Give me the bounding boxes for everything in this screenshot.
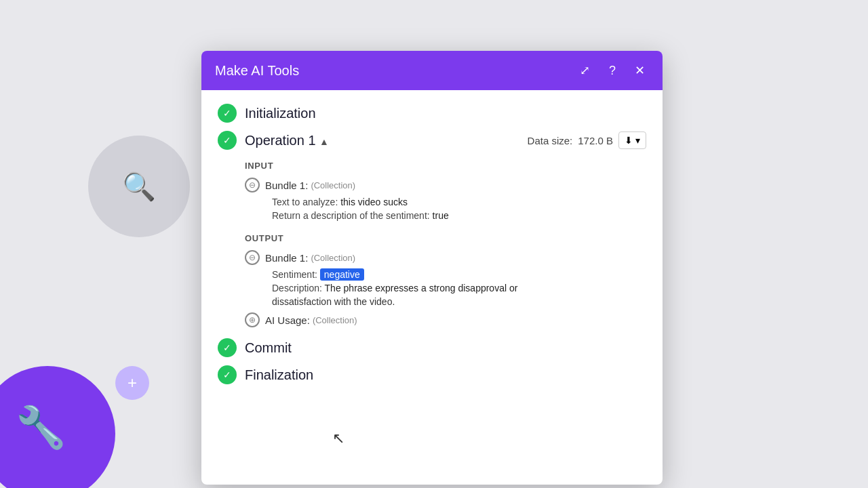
description-line2: dissatisfaction with the video. — [272, 296, 646, 307]
data-size-label: Data size: — [528, 135, 573, 146]
expand-button[interactable]: ⤢ — [576, 62, 594, 79]
sentiment-label: Sentiment: — [272, 269, 320, 280]
initialization-check-icon: ✓ — [218, 104, 237, 123]
dialog-header: Make AI Tools ⤢ ? ✕ — [201, 51, 663, 90]
plus-icon: + — [115, 366, 149, 400]
download-caret: ▾ — [635, 135, 640, 146]
output-bundle1-row: ⊖ Bundle 1: (Collection) — [245, 250, 646, 265]
description-value-line2: dissatisfaction with the video. — [272, 296, 395, 307]
description-label: Description: — [272, 283, 325, 293]
data-size-value: 172.0 B — [578, 135, 613, 146]
initialization-label: Initialization — [245, 106, 316, 121]
output-section-label: OUTPUT — [245, 233, 646, 243]
help-button[interactable]: ? — [605, 62, 620, 79]
expand-icon: ⤢ — [580, 63, 590, 78]
finalization-check-icon: ✓ — [218, 365, 237, 384]
output-bundle1-toggle[interactable]: ⊖ — [245, 250, 260, 265]
cursor: ↖ — [332, 430, 344, 447]
return-description-label: Return a description of the sentiment: — [272, 210, 433, 221]
search-icon: 🔍 — [122, 171, 156, 203]
help-icon: ? — [609, 64, 616, 78]
input-bundle1-row: ⊖ Bundle 1: (Collection) — [245, 178, 646, 192]
text-analyze-label: Text to analyze: — [272, 197, 340, 207]
sentiment-value: negative — [320, 268, 364, 281]
description-value-line1: The phrase expresses a strong disapprova… — [325, 283, 518, 293]
ai-usage-row: ⊕ AI Usage: (Collection) — [245, 312, 646, 327]
dialog-title: Make AI Tools — [215, 63, 299, 79]
initialization-step: ✓ Initialization — [218, 104, 646, 123]
dialog-body: ✓ Initialization ✓ Operation 1 ▲ Data si… — [201, 90, 663, 485]
close-icon: ✕ — [635, 63, 645, 78]
ai-usage-type: (Collection) — [313, 315, 357, 325]
output-bundle1-type: (Collection) — [311, 253, 355, 263]
input-section-label: INPUT — [245, 161, 646, 171]
close-button[interactable]: ✕ — [631, 62, 649, 79]
data-size-container: Data size: 172.0 B ⬇ ▾ — [528, 131, 646, 149]
finalization-step: ✓ Finalization — [218, 365, 646, 384]
operation1-left: ✓ Operation 1 ▲ — [218, 131, 329, 150]
operation1-check-icon: ✓ — [218, 131, 237, 150]
download-icon: ⬇ — [625, 135, 633, 146]
operation1-step: ✓ Operation 1 ▲ Data size: 172.0 B ⬇ ▾ — [218, 131, 646, 150]
make-ai-tools-dialog: Make AI Tools ⤢ ? ✕ ✓ Initialization ✓ O… — [201, 51, 663, 485]
operation1-caret: ▲ — [319, 136, 329, 147]
search-bubble: 🔍 — [88, 136, 190, 237]
output-bundle1-label: Bundle 1: — [265, 252, 308, 264]
download-button[interactable]: ⬇ ▾ — [618, 131, 646, 149]
description-field: Description: The phrase expresses a stro… — [272, 283, 646, 293]
input-bundle1-label: Bundle 1: — [265, 180, 308, 191]
header-actions: ⤢ ? ✕ — [576, 62, 649, 79]
operation1-label: Operation 1 ▲ — [245, 133, 329, 148]
text-analyze-field: Text to analyze: this video sucks — [272, 197, 646, 207]
wrench-icon: 🔧 — [7, 393, 75, 461]
commit-check-icon: ✓ — [218, 338, 237, 357]
input-bundle1-type: (Collection) — [311, 180, 355, 190]
ai-usage-toggle[interactable]: ⊕ — [245, 312, 260, 327]
ai-usage-label: AI Usage: — [265, 314, 310, 326]
return-description-value: true — [433, 210, 449, 221]
text-analyze-value: this video sucks — [340, 197, 408, 207]
commit-label: Commit — [245, 340, 292, 356]
sentiment-field: Sentiment: negative — [272, 269, 646, 280]
commit-step: ✓ Commit — [218, 338, 646, 357]
input-bundle1-toggle[interactable]: ⊖ — [245, 178, 260, 192]
return-description-field: Return a description of the sentiment: t… — [272, 210, 646, 221]
finalization-label: Finalization — [245, 367, 313, 383]
